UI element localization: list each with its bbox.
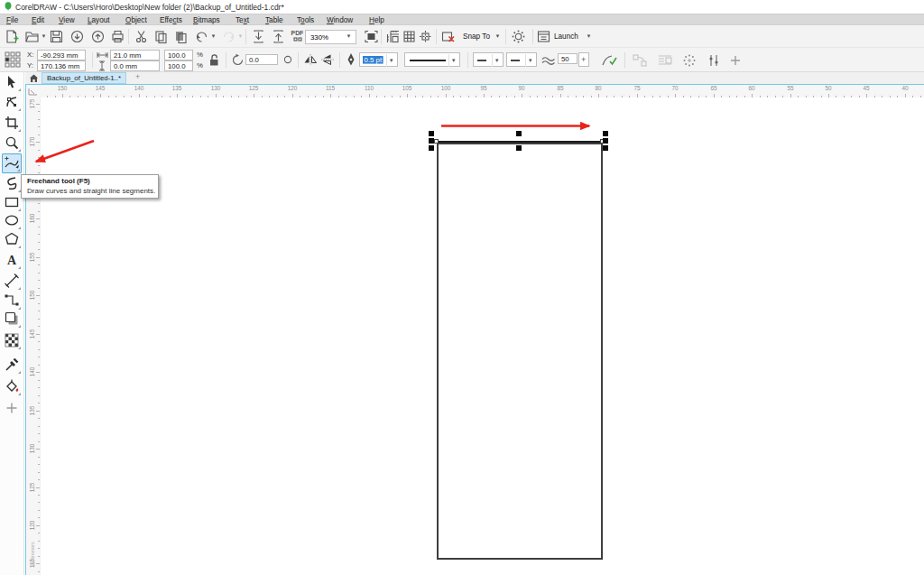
scale-lock-icon[interactable] <box>208 53 220 67</box>
selection-handle[interactable] <box>603 145 608 151</box>
tool-eyedropper-tool[interactable] <box>2 355 22 375</box>
export-icon[interactable] <box>271 29 286 44</box>
smoothing-input[interactable]: 50 <box>558 53 578 64</box>
wrap-text-icon[interactable] <box>657 53 673 68</box>
snap-to-label[interactable]: Snap To <box>463 32 490 41</box>
object-height-input[interactable]: 0.0 mm <box>110 60 160 71</box>
show-rulers-icon[interactable] <box>385 29 401 44</box>
tool-dimension-tool[interactable] <box>2 271 22 291</box>
mirror-horizontal-icon[interactable] <box>303 53 318 66</box>
tool-connector-tool[interactable] <box>2 291 22 311</box>
open-icon-dropdown[interactable]: ▾ <box>42 32 45 39</box>
tool-text-tool[interactable]: A <box>2 250 22 270</box>
cut-icon[interactable] <box>134 29 149 44</box>
end-arrowhead-dropdown[interactable]: ▾ <box>525 54 536 67</box>
menu-item-edit[interactable]: Edit <box>32 16 44 24</box>
menu-item-text[interactable]: Text <box>236 16 249 24</box>
mirror-vertical-icon[interactable] <box>320 53 335 66</box>
snap-off-icon[interactable] <box>440 29 456 44</box>
pen-check-icon[interactable] <box>601 53 617 68</box>
tool-freehand-tool[interactable] <box>2 153 22 173</box>
paste-icon[interactable] <box>173 29 189 44</box>
launcher-icon[interactable] <box>536 29 551 44</box>
scale-x-input[interactable]: 100.0 <box>164 50 193 60</box>
import-icon[interactable] <box>251 29 266 44</box>
tool-zoom-tool[interactable] <box>2 133 22 153</box>
menu-item-tools[interactable]: Tools <box>297 16 314 24</box>
end-arrowhead-combo[interactable]: ▾ <box>506 52 537 67</box>
new-tab-button[interactable]: + <box>134 73 142 81</box>
show-grid-icon[interactable] <box>402 29 417 44</box>
tool-rectangle-tool[interactable] <box>2 192 22 212</box>
reduce-nodes-icon[interactable] <box>682 53 697 68</box>
launch-label[interactable]: Launch <box>554 32 578 41</box>
redo-icon[interactable] <box>221 29 236 44</box>
snap-to-dropdown[interactable]: ▾ <box>496 32 499 39</box>
outline-width-combo[interactable]: 0.5 pt▾ <box>359 52 398 67</box>
zoom-level-dropdown[interactable]: ▾ <box>347 32 350 39</box>
line-end-node[interactable] <box>434 139 439 144</box>
selection-handle[interactable] <box>429 145 434 151</box>
customize-plus-icon[interactable] <box>729 54 742 67</box>
save-icon[interactable] <box>49 29 64 44</box>
tool-pick-tool[interactable] <box>2 72 22 92</box>
open-icon[interactable] <box>24 29 40 44</box>
print-icon[interactable] <box>110 29 125 44</box>
pdf-icon[interactable]: PDF <box>291 29 306 44</box>
fullscreen-preview-icon[interactable] <box>364 29 379 44</box>
tool-drop-shadow-tool[interactable] <box>2 309 22 329</box>
selected-line[interactable] <box>436 141 603 143</box>
home-icon[interactable] <box>29 73 39 83</box>
node-sliders-icon[interactable] <box>707 53 720 68</box>
tool-artistic-media-tool[interactable] <box>2 173 22 193</box>
menu-item-view[interactable]: View <box>59 16 75 24</box>
tool-more-tools-button[interactable] <box>2 398 22 418</box>
undo-icon[interactable] <box>194 29 209 44</box>
y-position-input[interactable]: 170.136 mm <box>37 60 86 71</box>
tool-interactive-fill-tool[interactable] <box>2 376 22 396</box>
tool-polygon-tool[interactable] <box>2 229 22 249</box>
menu-item-help[interactable]: Help <box>369 16 384 24</box>
tool-crop-tool[interactable] <box>2 113 22 133</box>
outline-width-dropdown[interactable]: ▾ <box>386 54 397 67</box>
new-document-icon[interactable] <box>4 29 19 44</box>
cloud-save-icon[interactable] <box>90 29 106 44</box>
undo-icon-dropdown[interactable]: ▾ <box>212 32 215 39</box>
x-position-input[interactable]: -90.293 mm <box>37 50 86 60</box>
object-width-input[interactable]: 21.0 mm <box>110 50 160 60</box>
menu-item-window[interactable]: Window <box>327 16 353 24</box>
close-curve-icon[interactable] <box>632 53 648 68</box>
line-style-dropdown[interactable]: ▾ <box>448 54 459 67</box>
selection-handle[interactable] <box>516 145 522 151</box>
redo-icon-dropdown[interactable]: ▾ <box>239 32 242 39</box>
tool-ellipse-tool[interactable] <box>2 210 22 230</box>
drawn-rectangle[interactable] <box>437 143 603 560</box>
scale-y-input[interactable]: 100.0 <box>164 60 193 71</box>
copy-icon[interactable] <box>153 29 169 44</box>
drawing-canvas[interactable] <box>41 97 924 575</box>
selection-handle[interactable] <box>516 131 522 136</box>
cloud-open-icon[interactable] <box>69 29 85 44</box>
selection-handle[interactable] <box>429 138 434 144</box>
selection-handle[interactable] <box>603 131 608 136</box>
launch-dropdown[interactable]: ▾ <box>587 32 590 39</box>
options-gear-icon[interactable] <box>511 29 526 44</box>
menu-item-table[interactable]: Table <box>265 16 283 24</box>
menu-item-layout[interactable]: Layout <box>88 16 110 24</box>
document-tab[interactable]: Backup_of_Untitled-1..* <box>42 72 126 84</box>
rotation-input[interactable]: 0.0 <box>245 54 278 65</box>
selection-handle[interactable] <box>429 131 434 136</box>
ruler-origin-corner[interactable] <box>26 85 41 97</box>
selection-handle[interactable] <box>603 138 608 144</box>
menu-item-effects[interactable]: Effects <box>160 16 182 24</box>
line-style-combo[interactable]: ▾ <box>404 52 460 67</box>
start-arrowhead-combo[interactable]: ▾ <box>473 52 504 67</box>
tool-shape-tool[interactable] <box>2 92 22 112</box>
menu-item-object[interactable]: Object <box>125 16 147 24</box>
menu-item-file[interactable]: File <box>6 16 18 24</box>
tool-transparency-tool[interactable] <box>2 330 22 350</box>
smoothing-stepper[interactable]: + <box>578 52 589 67</box>
show-guidelines-icon[interactable] <box>418 29 433 44</box>
menu-item-bitmaps[interactable]: Bitmaps <box>193 16 220 24</box>
start-arrowhead-dropdown[interactable]: ▾ <box>492 54 503 67</box>
